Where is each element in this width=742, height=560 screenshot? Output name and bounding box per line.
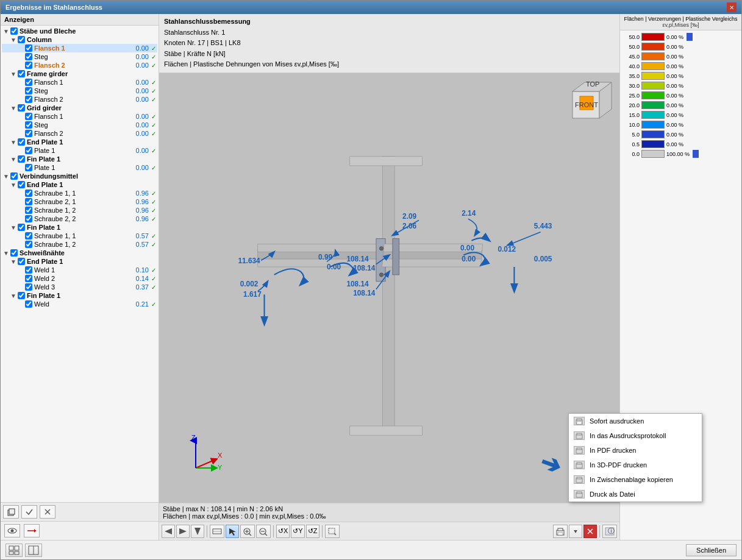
- expand-staebe[interactable]: ▼: [3, 28, 9, 35]
- print-button[interactable]: [553, 525, 568, 538]
- expand-fin-plate1[interactable]: ▼: [10, 156, 16, 163]
- tree-plate1-ep[interactable]: Plate 1 0.00 ✓: [2, 146, 157, 155]
- rotate-z-button[interactable]: ↺Z: [306, 525, 319, 538]
- arrow-view-button[interactable]: [24, 524, 40, 537]
- print-now-item[interactable]: Sofort ausdrucken: [569, 414, 702, 428]
- tree-schweiss[interactable]: ▼ Schweißnähte: [2, 249, 157, 257]
- rotate-x-button[interactable]: ↺X: [276, 525, 290, 538]
- tree-end-plate1-s[interactable]: ▼ End Plate 1: [2, 257, 157, 266]
- check-steg-gg[interactable]: [25, 121, 32, 129]
- tree-verbindung[interactable]: ▼ Verbindungsmittel: [2, 172, 157, 180]
- copy-view-button[interactable]: [3, 505, 19, 519]
- bottom-icon-btn2[interactable]: [25, 544, 42, 557]
- check-end-plate1-s[interactable]: [18, 258, 25, 265]
- tree-flansch2-gg[interactable]: Flansch 2 0.00 ✓: [2, 129, 157, 138]
- tree-flansch1-fg[interactable]: Flansch 1 0.00 ✓: [2, 78, 157, 87]
- check-schraube21[interactable]: [25, 198, 32, 205]
- tree-flansch1-gg[interactable]: Flansch 1 0.00 ✓: [2, 112, 157, 121]
- check-flansch1-fg[interactable]: [25, 79, 32, 86]
- check-flansch1-gg[interactable]: [25, 113, 32, 120]
- nav-arrow-right-button[interactable]: [176, 525, 190, 538]
- tree-end-plate1-v[interactable]: ▼ End Plate 1: [2, 180, 157, 189]
- clear-button[interactable]: [40, 505, 55, 519]
- check-weld1[interactable]: [25, 266, 32, 274]
- check-all-button[interactable]: [21, 505, 37, 519]
- expand-end-plate1-v[interactable]: ▼: [10, 182, 16, 188]
- check-weld3[interactable]: [25, 283, 32, 291]
- tree-steg-gg[interactable]: Steg 0.00 ✓: [2, 121, 157, 129]
- copy-clipboard-item[interactable]: In Zwischenablage kopieren: [569, 472, 702, 487]
- check-flansch1-col[interactable]: [25, 44, 32, 52]
- surface-mode-button[interactable]: [210, 525, 224, 538]
- print-file-item[interactable]: Druck als Datei: [569, 487, 702, 502]
- print-protocol-item[interactable]: In das Ausdrucksprotokoll: [569, 428, 702, 443]
- check-fin-plate1[interactable]: [18, 155, 25, 163]
- print-3dpdf-item[interactable]: In 3D-PDF drucken: [569, 458, 702, 472]
- tree-schraube11[interactable]: Schraube 1, 1 0.96 ✓: [2, 189, 157, 197]
- check-fin-plate1-v[interactable]: [18, 224, 25, 231]
- check-plate1-ep[interactable]: [25, 147, 32, 154]
- zoom-out-button[interactable]: [256, 525, 271, 538]
- tree-schraube12[interactable]: Schraube 1, 2 0.96 ✓: [2, 206, 157, 214]
- rotate-y-button[interactable]: ↺Y: [291, 525, 304, 538]
- tree-schraube12-fp[interactable]: Schraube 1, 2 0.57 ✓: [2, 240, 157, 249]
- tree-weld2[interactable]: Weld 2 0.14 ✓: [2, 274, 157, 283]
- expand-end-plate1[interactable]: ▼: [10, 139, 16, 146]
- close-viewport-button[interactable]: [583, 525, 597, 538]
- tree-staebe[interactable]: ▼ Stäbe und Bleche: [2, 27, 157, 35]
- check-plate1-fp[interactable]: [25, 164, 32, 171]
- select-button[interactable]: [226, 525, 239, 538]
- check-schraube11[interactable]: [25, 190, 32, 197]
- tree-flansch2-col[interactable]: Flansch 2 0.00 ✓: [2, 61, 157, 69]
- window-close-button[interactable]: ✕: [727, 2, 737, 12]
- tree-weld-fp[interactable]: Weld 0.21 ✓: [2, 300, 157, 308]
- tree-flansch2-fg[interactable]: Flansch 2 0.00 ✓: [2, 95, 157, 104]
- check-end-plate1[interactable]: [18, 138, 25, 146]
- check-verbindung[interactable]: [10, 172, 18, 180]
- check-flansch2-gg[interactable]: [25, 130, 32, 137]
- bottom-icon-btn1[interactable]: [5, 544, 23, 557]
- check-frame-girder[interactable]: [18, 70, 25, 77]
- tree-grid-girder[interactable]: ▼ Grid girder: [2, 104, 157, 112]
- tree-steg-col[interactable]: Steg 0.00 ✓: [2, 52, 157, 61]
- expand-frame-girder[interactable]: ▼: [10, 71, 16, 77]
- zoom-in-button[interactable]: [240, 525, 255, 538]
- check-weld-fp[interactable]: [25, 300, 32, 308]
- tree-end-plate1[interactable]: ▼ End Plate 1: [2, 138, 157, 146]
- tree-schraube11-fp[interactable]: Schraube 1, 1 0.57 ✓: [2, 232, 157, 240]
- expand-grid-girder[interactable]: ▼: [10, 105, 16, 112]
- check-flansch2-col[interactable]: [25, 62, 32, 69]
- viewport[interactable]: FRONT TOP: [159, 73, 619, 503]
- nav-arrow-down-button[interactable]: [191, 525, 204, 538]
- zoom-region-button[interactable]: [325, 525, 340, 538]
- tree-fin-plate1-v[interactable]: ▼ Fin Plate 1: [2, 223, 157, 232]
- print-dropdown-button[interactable]: [569, 525, 582, 538]
- tree-weld1[interactable]: Weld 1 0.10 ✓: [2, 266, 157, 274]
- check-fin-plate1-s[interactable]: [18, 292, 25, 299]
- tree-weld3[interactable]: Weld 3 0.37 ✓: [2, 283, 157, 291]
- expand-fin-plate1-s[interactable]: ▼: [10, 292, 16, 299]
- nav-arrow-left-button[interactable]: [162, 525, 175, 538]
- tree-plate1-fp[interactable]: Plate 1 0.00 ✓: [2, 163, 157, 172]
- tree-column[interactable]: ▼ Column: [2, 35, 157, 44]
- info-button[interactable]: ⓘ: [602, 525, 617, 538]
- check-steg-fg[interactable]: [25, 87, 32, 94]
- expand-column[interactable]: ▼: [10, 37, 16, 43]
- tree-steg-fg[interactable]: Steg 0.00 ✓: [2, 87, 157, 95]
- check-staebe[interactable]: [10, 27, 18, 35]
- check-weld2[interactable]: [25, 275, 32, 282]
- expand-verbindung[interactable]: ▼: [3, 173, 9, 180]
- expand-fin-plate1-v[interactable]: ▼: [10, 224, 16, 231]
- tree-schraube22[interactable]: Schraube 2, 2 0.96 ✓: [2, 214, 157, 223]
- tree-fin-plate1[interactable]: ▼ Fin Plate 1: [2, 155, 157, 163]
- check-end-plate1-v[interactable]: [18, 181, 25, 188]
- eye-button[interactable]: [4, 524, 20, 537]
- check-steg-col[interactable]: [25, 53, 32, 60]
- tree-schraube21[interactable]: Schraube 2, 1 0.96 ✓: [2, 197, 157, 206]
- check-flansch2-fg[interactable]: [25, 96, 32, 103]
- tree-fin-plate1-s[interactable]: ▼ Fin Plate 1: [2, 291, 157, 300]
- check-grid-girder[interactable]: [18, 104, 25, 112]
- tree-frame-girder[interactable]: ▼ Frame girder: [2, 69, 157, 78]
- check-schraube22[interactable]: [25, 215, 32, 222]
- check-schweiss[interactable]: [10, 249, 18, 257]
